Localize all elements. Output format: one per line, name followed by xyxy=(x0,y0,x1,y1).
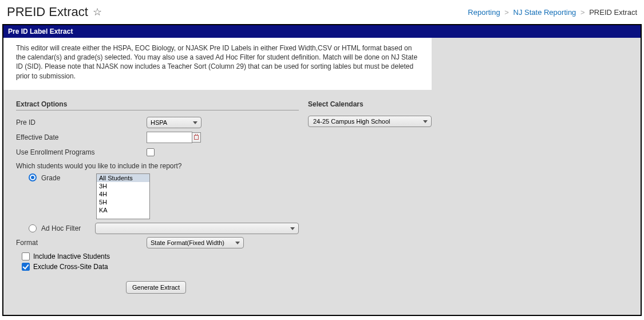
format-label: Format xyxy=(16,239,147,247)
exclude-cross-site-checkbox[interactable] xyxy=(22,263,30,271)
generate-extract-button[interactable]: Generate Extract xyxy=(126,281,186,294)
grade-option-all[interactable]: All Students xyxy=(97,174,149,182)
preid-select[interactable]: HSPA xyxy=(147,117,202,128)
breadcrumb-reporting[interactable]: Reporting xyxy=(468,8,500,17)
preid-label: Pre ID xyxy=(16,118,147,127)
calendar-icon[interactable] xyxy=(192,132,201,143)
panel-info-text: This editor will create either the HSPA,… xyxy=(3,38,432,90)
include-inactive-label: Include Inactive Students xyxy=(33,252,110,260)
format-selected-value: State Format(Fixed Width) xyxy=(151,239,224,246)
grade-multiselect[interactable]: All Students 3H 4H 5H KA xyxy=(96,173,150,219)
include-question-label: Which students would you like to include… xyxy=(16,162,299,170)
use-enrollment-label: Use Enrollment Programs xyxy=(16,148,147,156)
breadcrumb: Reporting > NJ State Reporting > PREID E… xyxy=(468,8,637,17)
breadcrumb-nj-state-reporting[interactable]: NJ State Reporting xyxy=(513,8,576,17)
calendar-select[interactable]: 24-25 Campus High School xyxy=(308,116,432,127)
breadcrumb-current: PREID Extract xyxy=(589,8,637,17)
include-inactive-checkbox[interactable] xyxy=(22,252,30,260)
grade-option-4h[interactable]: 4H xyxy=(97,190,149,198)
panel-title: Pre ID Label Extract xyxy=(3,25,641,38)
grade-radio-label: Grade xyxy=(41,173,92,182)
favorite-star-icon[interactable]: ☆ xyxy=(93,6,102,18)
page-title: PREID Extract xyxy=(7,5,88,19)
adhoc-radio-label: Ad Hoc Filter xyxy=(41,224,90,232)
format-select[interactable]: State Format(Fixed Width) xyxy=(147,237,244,248)
exclude-cross-site-label: Exclude Cross-Site Data xyxy=(33,263,108,271)
select-calendars-heading: Select Calendars xyxy=(308,100,437,110)
adhoc-radio[interactable] xyxy=(29,224,37,232)
calendar-selected-value: 24-25 Campus High School xyxy=(313,118,390,125)
adhoc-filter-select[interactable] xyxy=(95,223,299,234)
chevron-right-icon: > xyxy=(580,8,585,17)
preid-selected-value: HSPA xyxy=(151,119,167,126)
chevron-right-icon: > xyxy=(504,8,509,17)
grade-option-ka[interactable]: KA xyxy=(97,206,149,214)
use-enrollment-checkbox[interactable] xyxy=(147,148,155,156)
grade-option-3h[interactable]: 3H xyxy=(97,182,149,190)
grade-option-5h[interactable]: 5H xyxy=(97,198,149,206)
grade-radio[interactable] xyxy=(29,173,37,181)
effective-date-label: Effective Date xyxy=(16,133,147,141)
effective-date-input[interactable] xyxy=(147,132,192,143)
extract-options-heading: Extract Options xyxy=(16,100,299,110)
